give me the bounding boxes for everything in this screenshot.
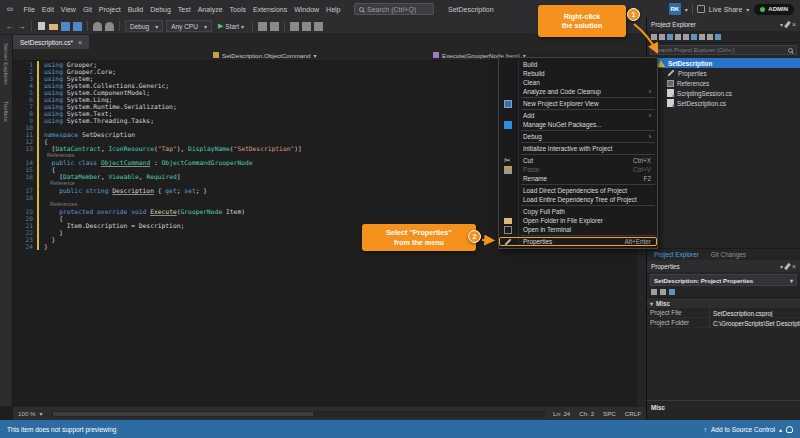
menu-item-open-folder-in-file-explorer[interactable]: Open Folder in File Explorer	[499, 216, 657, 225]
close-panel-icon[interactable]	[792, 263, 796, 270]
menu-item-rename[interactable]: RenameF2	[499, 174, 657, 183]
menu-item-open-in-terminal[interactable]: Open in Terminal	[499, 225, 657, 234]
menu-project[interactable]: Project	[95, 6, 124, 13]
pe-sync-icon[interactable]	[715, 34, 721, 40]
root-label: SetDescription	[668, 60, 712, 67]
menu-item-properties[interactable]: PropertiesAlt+Enter	[499, 237, 657, 246]
menu-analyze[interactable]: Analyze	[194, 6, 226, 13]
account-caret-icon[interactable]	[685, 6, 688, 13]
step-into-icon[interactable]	[302, 22, 311, 31]
pe-back-icon[interactable]	[659, 34, 665, 40]
new-project-icon[interactable]	[38, 22, 45, 30]
tree-item-properties[interactable]: Properties	[647, 68, 800, 78]
menu-item-copy-full-path[interactable]: Copy Full Path	[499, 207, 657, 216]
menu-item-analyze-and-code-cleanup[interactable]: Analyze and Code Cleanup	[499, 87, 657, 96]
menu-test[interactable]: Test	[174, 6, 194, 13]
menu-shortcut: Ctrl+V	[633, 166, 651, 173]
property-value[interactable]: C:\GrooperScripts\Set Description	[710, 320, 800, 327]
menu-item-clean[interactable]: Clean	[499, 78, 657, 87]
type-dropdown[interactable]: SetDescription.ObjectCommand	[213, 49, 316, 61]
notifications-icon[interactable]	[786, 426, 793, 433]
back-icon[interactable]	[5, 22, 14, 31]
menu-item-debug[interactable]: Debug	[499, 132, 657, 141]
property-pages-icon[interactable]	[669, 289, 675, 295]
tab-toolbox[interactable]: Toolbox	[3, 101, 9, 122]
tree-item-scriptingsession-cs[interactable]: ScriptingSession.cs	[647, 88, 800, 98]
categorized-icon[interactable]	[651, 289, 657, 295]
menu-item-add[interactable]: Add	[499, 111, 657, 120]
pe-forward-icon[interactable]	[667, 34, 673, 40]
forward-icon[interactable]	[17, 22, 26, 31]
tab-project-explorer[interactable]: Project Explorer	[654, 251, 699, 258]
hscrollbar-thumb[interactable]	[53, 412, 313, 416]
tab-setdescription-cs[interactable]: SetDescription.cs*	[13, 35, 89, 49]
pin-icon[interactable]	[784, 21, 791, 28]
category-row-misc[interactable]: Misc	[647, 298, 800, 308]
zoom-level[interactable]: 100 %	[18, 410, 36, 417]
properties-header: Properties	[647, 260, 800, 272]
source-control-caret-icon[interactable]	[779, 426, 782, 433]
menu-file[interactable]: File	[20, 6, 38, 13]
save-icon[interactable]	[61, 22, 70, 31]
editor-horizontal-scrollbar[interactable]	[51, 411, 546, 417]
user-avatar[interactable]: RK	[669, 3, 681, 15]
menu-item-paste[interactable]: PasteCtrl+V	[499, 165, 657, 174]
search-box[interactable]: Search (Ctrl+Q)	[354, 3, 434, 15]
menu-edit[interactable]: Edit	[38, 6, 57, 13]
pe-collapse-all-icon[interactable]	[683, 34, 689, 40]
close-panel-icon[interactable]	[792, 21, 796, 28]
tab-server-explorer[interactable]: Server Explorer	[3, 43, 9, 85]
menu-item-rebuild[interactable]: Rebuild	[499, 69, 657, 78]
menu-item-load-entire-dependency-tree-of-project[interactable]: Load Entire Dependency Tree of Project	[499, 195, 657, 204]
live-share-label[interactable]: Live Share	[709, 6, 742, 13]
tree-item-setdescription-cs[interactable]: SetDescription.cs	[647, 98, 800, 108]
break-all-icon[interactable]	[258, 22, 267, 31]
menu-debug[interactable]: Debug	[147, 6, 175, 13]
menu-item-new-project-explorer-view[interactable]: New Project Explorer View	[499, 99, 657, 108]
project-explorer-search[interactable]: Search Project Explorer (Ctrl+;)	[650, 45, 797, 55]
open-folder-icon[interactable]	[49, 24, 58, 30]
menu-help[interactable]: Help	[323, 6, 344, 13]
step-out-icon[interactable]	[314, 22, 323, 31]
pin-icon[interactable]	[784, 262, 791, 269]
properties-object-dropdown[interactable]: SetDescription: Project Properties	[650, 274, 797, 286]
tab-git-changes[interactable]: Git Changes	[711, 251, 746, 258]
configuration-dropdown[interactable]: Debug	[125, 20, 163, 32]
platform-dropdown[interactable]: Any CPU	[166, 20, 212, 32]
step-over-icon[interactable]	[290, 22, 299, 31]
menu-item-initialize-interactive-with-project[interactable]: Initialize Interactive with Project	[499, 144, 657, 153]
menu-item-build[interactable]: Build	[499, 60, 657, 69]
pe-refresh-icon[interactable]	[675, 34, 681, 40]
menu-git[interactable]: Git	[79, 6, 95, 13]
live-share-caret-icon[interactable]	[746, 6, 749, 13]
close-tab-icon[interactable]	[78, 39, 82, 46]
redo-icon[interactable]	[105, 22, 114, 31]
add-to-source-control[interactable]: Add to Source Control	[711, 426, 775, 433]
pe-home-icon[interactable]	[651, 34, 657, 40]
menu-item-load-direct-dependencies-of-project[interactable]: Load Direct Dependencies of Project	[499, 186, 657, 195]
restart-icon[interactable]	[270, 22, 279, 31]
menu-tools[interactable]: Tools	[226, 6, 249, 13]
window-position-icon[interactable]	[780, 21, 783, 28]
pe-filter-icon[interactable]	[707, 34, 713, 40]
codelens-references[interactable]: References	[39, 201, 78, 208]
menu-window[interactable]: Window	[291, 6, 323, 13]
tree-root-setdescription[interactable]: SetDescription	[647, 58, 800, 68]
codelens-references[interactable]: References	[39, 152, 75, 159]
property-value[interactable]: SetDescription.csproj	[710, 310, 800, 317]
alphabetical-icon[interactable]	[660, 289, 666, 295]
menu-extensions[interactable]: Extensions	[249, 6, 290, 13]
menu-build[interactable]: Build	[124, 6, 147, 13]
tree-item-references[interactable]: References	[647, 78, 800, 88]
save-all-icon[interactable]	[73, 22, 82, 31]
codelens-references[interactable]: Reference	[39, 180, 75, 187]
pe-properties-icon[interactable]	[691, 34, 697, 40]
start-debug-button[interactable]: Start	[215, 22, 247, 30]
undo-icon[interactable]	[93, 22, 102, 31]
window-position-icon[interactable]	[780, 263, 783, 270]
zoom-caret-icon[interactable]	[40, 410, 43, 417]
menu-view[interactable]: View	[57, 6, 79, 13]
menu-item-manage-nuget-packages[interactable]: Manage NuGet Packages...	[499, 120, 657, 129]
menu-item-cut[interactable]: CutCtrl+X	[499, 156, 657, 165]
pe-preview-icon[interactable]	[699, 34, 705, 40]
